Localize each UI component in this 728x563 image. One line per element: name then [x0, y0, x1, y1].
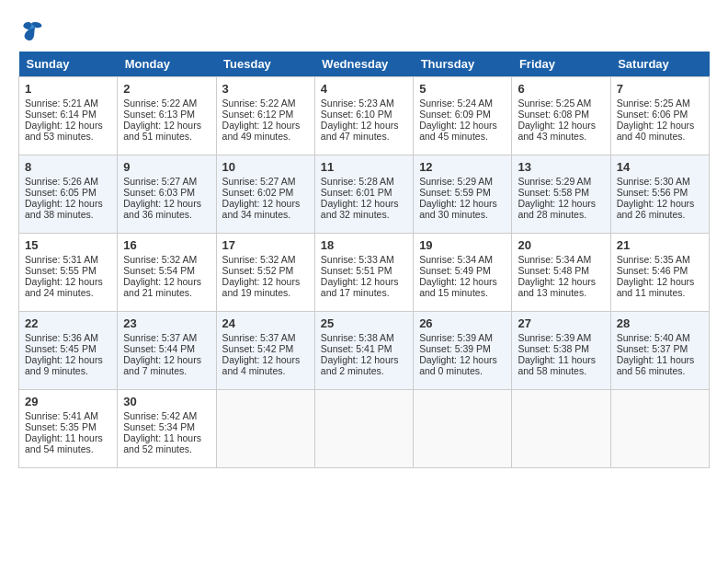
calendar-cell [512, 390, 610, 468]
week-row-5: 29 Sunrise: 5:41 AM Sunset: 5:35 PM Dayl… [19, 390, 710, 468]
calendar-cell: 19 Sunrise: 5:34 AM Sunset: 5:49 PM Dayl… [414, 234, 512, 312]
sunrise-text: Sunrise: 5:37 AM [123, 332, 197, 343]
day-number: 23 [123, 316, 210, 330]
sunrise-text: Sunrise: 5:30 AM [617, 176, 690, 187]
daylight-label: Daylight: 12 hours and 51 minutes. [123, 120, 201, 142]
sunset-text: Sunset: 5:46 PM [617, 265, 688, 276]
daylight-label: Daylight: 12 hours and 26 minutes. [617, 198, 695, 220]
daylight-label: Daylight: 12 hours and 49 minutes. [222, 120, 301, 142]
sunset-text: Sunset: 6:08 PM [518, 109, 589, 120]
calendar-cell: 4 Sunrise: 5:23 AM Sunset: 6:10 PM Dayli… [314, 77, 413, 155]
day-number: 26 [419, 316, 506, 330]
calendar-cell: 18 Sunrise: 5:33 AM Sunset: 5:51 PM Dayl… [314, 234, 413, 312]
sunset-text: Sunset: 5:51 PM [321, 265, 392, 276]
sunset-text: Sunset: 6:14 PM [25, 109, 97, 120]
sunset-text: Sunset: 5:45 PM [25, 343, 97, 354]
daylight-label: Daylight: 12 hours and 28 minutes. [518, 198, 596, 220]
sunrise-text: Sunrise: 5:34 AM [518, 254, 591, 265]
day-number: 22 [25, 316, 111, 330]
day-number: 14 [617, 160, 703, 174]
daylight-label: Daylight: 12 hours and 17 minutes. [321, 276, 399, 298]
calendar-cell: 30 Sunrise: 5:42 AM Sunset: 5:34 PM Dayl… [118, 390, 216, 468]
col-header-saturday: Saturday [610, 52, 709, 77]
daylight-label: Daylight: 11 hours and 56 minutes. [617, 354, 695, 376]
calendar-cell: 9 Sunrise: 5:27 AM Sunset: 6:03 PM Dayli… [118, 155, 216, 234]
day-number: 13 [518, 160, 604, 174]
sunset-text: Sunset: 5:38 PM [518, 343, 589, 354]
day-number: 25 [321, 316, 407, 330]
sunrise-text: Sunrise: 5:41 AM [25, 410, 98, 421]
calendar-cell [314, 390, 413, 468]
daylight-label: Daylight: 12 hours and 15 minutes. [419, 276, 497, 298]
sunset-text: Sunset: 6:02 PM [222, 187, 294, 198]
daylight-label: Daylight: 12 hours and 53 minutes. [25, 120, 103, 142]
calendar-cell: 24 Sunrise: 5:37 AM Sunset: 5:42 PM Dayl… [216, 312, 314, 390]
day-number: 16 [123, 238, 210, 252]
calendar-cell: 13 Sunrise: 5:29 AM Sunset: 5:58 PM Dayl… [512, 155, 610, 234]
sunset-text: Sunset: 5:39 PM [419, 343, 491, 354]
day-number: 27 [518, 316, 604, 330]
logo [18, 18, 48, 44]
header-row: SundayMondayTuesdayWednesdayThursdayFrid… [19, 52, 710, 77]
sunset-text: Sunset: 5:34 PM [123, 421, 195, 432]
sunrise-text: Sunrise: 5:42 AM [123, 410, 197, 421]
sunset-text: Sunset: 5:37 PM [617, 343, 688, 354]
week-row-4: 22 Sunrise: 5:36 AM Sunset: 5:45 PM Dayl… [19, 312, 710, 390]
day-number: 12 [419, 160, 506, 174]
sunrise-text: Sunrise: 5:27 AM [222, 176, 296, 187]
sunrise-text: Sunrise: 5:23 AM [321, 98, 394, 109]
daylight-label: Daylight: 12 hours and 30 minutes. [419, 198, 497, 220]
day-number: 4 [321, 82, 407, 96]
calendar-cell [216, 390, 314, 468]
daylight-label: Daylight: 11 hours and 52 minutes. [123, 432, 201, 454]
daylight-label: Daylight: 12 hours and 36 minutes. [123, 198, 201, 220]
calendar-cell: 20 Sunrise: 5:34 AM Sunset: 5:48 PM Dayl… [512, 234, 610, 312]
day-number: 2 [123, 82, 210, 96]
sunrise-text: Sunrise: 5:32 AM [123, 254, 197, 265]
calendar-cell [610, 390, 709, 468]
calendar-cell: 14 Sunrise: 5:30 AM Sunset: 5:56 PM Dayl… [610, 155, 709, 234]
sunrise-text: Sunrise: 5:35 AM [617, 254, 690, 265]
sunset-text: Sunset: 5:49 PM [419, 265, 491, 276]
sunset-text: Sunset: 6:12 PM [222, 109, 294, 120]
day-number: 24 [222, 316, 309, 330]
daylight-label: Daylight: 12 hours and 24 minutes. [25, 276, 103, 298]
day-number: 18 [321, 238, 407, 252]
sunset-text: Sunset: 6:05 PM [25, 187, 97, 198]
sunset-text: Sunset: 5:42 PM [222, 343, 294, 354]
day-number: 30 [123, 395, 210, 408]
day-number: 11 [321, 160, 407, 174]
sunrise-text: Sunrise: 5:26 AM [25, 176, 98, 187]
sunset-text: Sunset: 5:54 PM [123, 265, 195, 276]
calendar-cell: 29 Sunrise: 5:41 AM Sunset: 5:35 PM Dayl… [19, 390, 118, 468]
daylight-label: Daylight: 12 hours and 19 minutes. [222, 276, 301, 298]
sunrise-text: Sunrise: 5:38 AM [321, 332, 394, 343]
day-number: 6 [518, 82, 604, 96]
sunset-text: Sunset: 5:55 PM [25, 265, 97, 276]
daylight-label: Daylight: 12 hours and 32 minutes. [321, 198, 399, 220]
daylight-label: Daylight: 12 hours and 40 minutes. [617, 120, 695, 142]
day-number: 29 [25, 395, 111, 408]
sunrise-text: Sunrise: 5:33 AM [321, 254, 394, 265]
calendar-cell: 16 Sunrise: 5:32 AM Sunset: 5:54 PM Dayl… [118, 234, 216, 312]
calendar-cell: 21 Sunrise: 5:35 AM Sunset: 5:46 PM Dayl… [610, 234, 709, 312]
day-number: 10 [222, 160, 309, 174]
day-number: 5 [419, 82, 506, 96]
day-number: 20 [518, 238, 604, 252]
calendar-cell: 8 Sunrise: 5:26 AM Sunset: 6:05 PM Dayli… [19, 155, 118, 234]
daylight-label: Daylight: 12 hours and 4 minutes. [222, 354, 301, 376]
day-number: 7 [617, 82, 703, 96]
sunset-text: Sunset: 6:03 PM [123, 187, 195, 198]
daylight-label: Daylight: 12 hours and 13 minutes. [518, 276, 596, 298]
daylight-label: Daylight: 12 hours and 34 minutes. [222, 198, 301, 220]
sunrise-text: Sunrise: 5:31 AM [25, 254, 98, 265]
daylight-label: Daylight: 12 hours and 11 minutes. [617, 276, 695, 298]
daylight-label: Daylight: 12 hours and 43 minutes. [518, 120, 596, 142]
sunrise-text: Sunrise: 5:39 AM [419, 332, 493, 343]
page-header [18, 18, 710, 44]
col-header-sunday: Sunday [19, 52, 118, 77]
calendar-cell: 17 Sunrise: 5:32 AM Sunset: 5:52 PM Dayl… [216, 234, 314, 312]
logo-icon [18, 18, 44, 44]
week-row-1: 1 Sunrise: 5:21 AM Sunset: 6:14 PM Dayli… [19, 77, 710, 155]
sunrise-text: Sunrise: 5:29 AM [419, 176, 493, 187]
